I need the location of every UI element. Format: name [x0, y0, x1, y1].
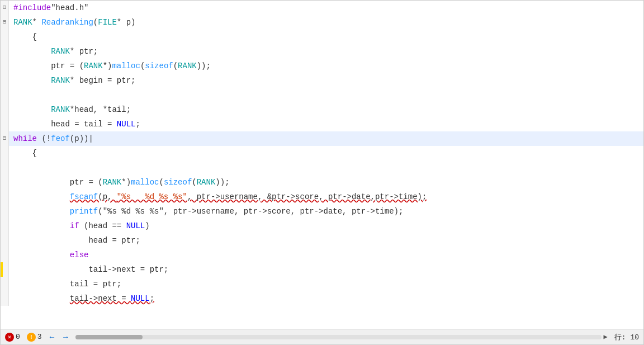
line-content: else — [9, 248, 643, 262]
fold-gutter[interactable] — [1, 117, 9, 131]
error-status: ✕ 0 — [5, 333, 20, 342]
fold-gutter[interactable] — [1, 233, 9, 248]
code-line — [1, 88, 643, 102]
scroll-right-arrow[interactable]: ▶ — [604, 333, 608, 341]
code-line: if (head == NULL) — [1, 219, 643, 233]
code-content: ⊟#include"head.h"⊟RANK* Readranking(FILE… — [1, 1, 643, 306]
wavy-text: fscanf(p, "%s %d %s %s", ptr->username, … — [70, 192, 427, 201]
line-content: tail = ptr; — [9, 277, 643, 291]
fold-gutter[interactable] — [1, 277, 9, 291]
line-content — [9, 88, 643, 102]
fold-gutter[interactable] — [1, 160, 9, 175]
warning-count: 3 — [37, 333, 42, 341]
line-content: ptr = (RANK*)malloc(sizeof(RANK)); — [9, 175, 643, 190]
line-content: printf("%s %d %s %s", ptr->username, ptr… — [9, 204, 643, 219]
nav-right-arrow[interactable]: → — [62, 333, 69, 342]
line-content: tail->next = NULL; — [9, 291, 643, 306]
code-line: RANK* ptr; — [1, 44, 643, 59]
code-line: tail->next = NULL; — [1, 291, 643, 306]
fold-gutter[interactable] — [1, 291, 9, 306]
code-line: printf("%s %d %s %s", ptr->username, ptr… — [1, 204, 643, 219]
line-content: fscanf(p, "%s %d %s %s", ptr->username, … — [9, 190, 643, 204]
code-line: ⊟#include"head.h" — [1, 1, 643, 15]
line-content — [9, 160, 643, 175]
line-content: #include"head.h" — [9, 1, 643, 15]
fold-gutter[interactable] — [1, 204, 9, 219]
line-content: while (!feof(p))| — [9, 131, 643, 146]
fold-minus-icon[interactable]: ⊟ — [3, 15, 6, 30]
line-content: RANK* ptr; — [9, 44, 643, 59]
fold-minus-icon[interactable]: ⊟ — [3, 131, 6, 146]
status-bar: ✕ 0 ! 3 ← → ▶ 行: 10 — [1, 329, 643, 344]
fold-gutter[interactable] — [1, 146, 9, 160]
fold-gutter[interactable] — [1, 175, 9, 190]
yellow-marker — [1, 262, 3, 277]
fold-gutter[interactable] — [1, 190, 9, 204]
fold-gutter[interactable] — [1, 30, 9, 44]
fold-gutter[interactable]: ⊟ — [1, 131, 9, 146]
code-line: tail = ptr; — [1, 277, 643, 291]
line-content: { — [9, 146, 643, 160]
line-content: tail->next = ptr; — [9, 262, 643, 277]
fold-gutter[interactable] — [1, 219, 9, 233]
fold-gutter[interactable]: ⊟ — [1, 15, 9, 30]
line-content: if (head == NULL) — [9, 219, 643, 233]
nav-left-arrow[interactable]: ← — [49, 333, 55, 342]
fold-gutter[interactable]: ⊟ — [1, 1, 9, 15]
code-line: else — [1, 248, 643, 262]
code-line: RANK* begin = ptr; — [1, 73, 643, 88]
code-line: head = tail = NULL; — [1, 117, 643, 131]
editor-container: ⊟#include"head.h"⊟RANK* Readranking(FILE… — [0, 0, 644, 345]
fold-gutter[interactable] — [1, 44, 9, 59]
line-content: head = ptr; — [9, 233, 643, 248]
fold-gutter[interactable] — [1, 88, 9, 102]
line-content: RANK* Readranking(FILE* p) — [9, 15, 643, 30]
code-line: ptr = (RANK*)malloc(sizeof(RANK)); — [1, 175, 643, 190]
line-content: { — [9, 30, 643, 44]
scrollbar-track[interactable] — [75, 335, 601, 339]
warning-icon: ! — [27, 333, 36, 342]
warning-status: ! 3 — [27, 333, 42, 342]
error-icon: ✕ — [5, 333, 14, 342]
code-line: head = ptr; — [1, 233, 643, 248]
code-line: ⊟while (!feof(p))| — [1, 131, 643, 146]
code-line — [1, 160, 643, 175]
line-content: RANK*head, *tail; — [9, 102, 643, 117]
fold-gutter[interactable] — [1, 248, 9, 262]
fold-gutter[interactable] — [1, 102, 9, 117]
scrollbar-area[interactable]: ▶ — [75, 333, 607, 341]
line-info: 行: 10 — [614, 332, 639, 342]
code-line: tail->next = ptr; — [1, 262, 643, 277]
code-line: { — [1, 146, 643, 160]
code-line: ⊟RANK* Readranking(FILE* p) — [1, 15, 643, 30]
scrollbar-thumb[interactable] — [75, 335, 143, 339]
line-content: ptr = (RANK*)malloc(sizeof(RANK)); — [9, 59, 643, 73]
code-line: ptr = (RANK*)malloc(sizeof(RANK)); — [1, 59, 643, 73]
fold-minus-icon[interactable]: ⊟ — [3, 1, 6, 15]
line-content: head = tail = NULL; — [9, 117, 643, 131]
code-line: { — [1, 30, 643, 44]
code-line: RANK*head, *tail; — [1, 102, 643, 117]
code-area[interactable]: ⊟#include"head.h"⊟RANK* Readranking(FILE… — [1, 1, 643, 329]
fold-gutter[interactable] — [1, 59, 9, 73]
fold-gutter[interactable] — [1, 73, 9, 88]
line-content: RANK* begin = ptr; — [9, 73, 643, 88]
wavy-text: tail->next = NULL; — [70, 294, 154, 303]
error-count: 0 — [16, 333, 20, 341]
code-line: fscanf(p, "%s %d %s %s", ptr->username, … — [1, 190, 643, 204]
